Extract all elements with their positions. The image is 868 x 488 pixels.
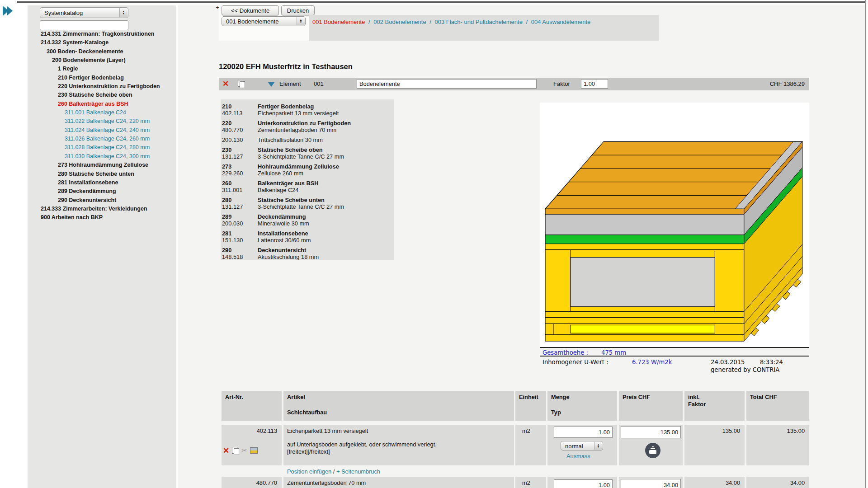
u-value-label: Inhomogener U-Wert : [542, 359, 609, 366]
sidebar-item[interactable]: 311.001 Balkenlage C24 [28, 108, 176, 117]
catalog-tree: 214.331 Zimmermann: Tragkonstruktionen 2… [28, 30, 176, 222]
print-button[interactable]: Drucken [281, 5, 315, 15]
sidebar-item[interactable]: 1 Regie [28, 65, 176, 73]
cut-position-icon[interactable]: ✂ [241, 446, 247, 455]
element-header-bar: ✕ Element 001 Faktor CHF 1386.29 [219, 78, 809, 90]
col-header-einheit: Einheit [515, 391, 546, 421]
total-height-label: Gesamthoehe : [542, 349, 588, 356]
einheit-value: m2 [522, 479, 530, 486]
sidebar-item[interactable]: 311.028 Balkenlage C24, 280 mm [28, 143, 176, 152]
sidebar-item[interactable]: 311.026 Balkenlage C24, 260 mm [28, 135, 176, 143]
sidebar-item[interactable]: 311.030 Balkenlage C24, 300 mm [28, 152, 176, 161]
inkl-faktor-value: 34.00 [726, 479, 740, 486]
catalog-select[interactable]: Systemkatalog ▲▼ [40, 7, 128, 18]
preis-input[interactable] [621, 479, 681, 488]
table-row-cell-artikel: Eichenparkett 13 mm versiegelt auf Unter… [283, 425, 514, 465]
table-row-cell-menge: normal ▲▼ Ausmass [547, 425, 617, 465]
sidebar-item[interactable]: 214.331 Zimmermann: Tragkonstruktionen [28, 30, 176, 38]
element-total-chf: CHF 1386.29 [770, 80, 805, 87]
factor-label: Faktor [553, 80, 570, 87]
sidebar-item[interactable]: 289 Deckendämmung [28, 187, 176, 196]
documents-button[interactable]: << Dokumente [222, 5, 279, 15]
table-row-cell-total: 34.00 [746, 477, 809, 488]
menge-input[interactable] [554, 427, 613, 438]
generated-date: 24.03.2015 [711, 359, 745, 366]
art-nr: 480.770 [256, 479, 277, 486]
layer-entry: 290Deckenuntersicht 148.518Akustikschalu… [222, 247, 394, 260]
typ-select[interactable]: normal ▲▼ [561, 441, 603, 450]
catalog-select-value: Systemkatalog [44, 9, 83, 16]
sidebar-item-selected[interactable]: 260 Balkenträger aus BSH [28, 100, 176, 108]
sidebar-item[interactable]: 214.333 Zimmerarbeiten: Verkleidungen [28, 205, 176, 213]
layer-entry: 220Unterkonstruktion zu Fertigboden 480.… [222, 120, 394, 133]
ausmass-link[interactable]: Ausmass [566, 453, 590, 460]
factor-input[interactable] [581, 79, 608, 89]
link-separator: / [333, 468, 336, 475]
typ-select-value: normal [565, 442, 583, 449]
breadcrumb-item-active[interactable]: 001 Bodenelemente [312, 19, 365, 25]
insert-position-link[interactable]: Position einfügen [287, 468, 331, 475]
preis-input[interactable] [621, 426, 681, 438]
image-icon[interactable] [250, 447, 258, 454]
einheit-value: m2 [522, 427, 530, 434]
artikel-name: Eichenparkett 13 mm versiegelt [287, 427, 368, 434]
diagram-caption: Gesamthoehe : 475 mm Inhomogener U-Wert … [540, 347, 809, 374]
total-value: 135.00 [787, 427, 805, 434]
sidebar-item[interactable]: 311.022 Balkenlage C24, 220 mm [28, 117, 176, 126]
table-row-cell-einheit: m2 [515, 477, 546, 488]
col-header-inkl-faktor: inkl. Faktor [684, 391, 745, 421]
layer-entry: 281Installationsebene 151.130Lattenrost … [222, 230, 394, 244]
sidebar-item[interactable]: 214.332 System-Kataloge [28, 38, 176, 47]
element-name-input[interactable] [357, 79, 537, 89]
sidebar-item[interactable]: 290 Deckenuntersicht [28, 196, 176, 205]
breadcrumb-item[interactable]: 003 Flach- und Pultdachelemente [435, 19, 523, 25]
layer-entry: 289Deckendämmung 200.030Mineralwolle 30 … [222, 213, 394, 227]
total-height-value: 475 mm [601, 348, 626, 357]
sidebar: Systemkatalog ▲▼ 214.331 Zimmermann: Tra… [28, 5, 176, 488]
delete-element-icon[interactable]: ✕ [222, 80, 229, 88]
sidebar-item[interactable]: 311.024 Balkenlage C24, 240 mm [28, 126, 176, 135]
sidebar-item[interactable]: 273 Hohlraumdämmung Zellulose [28, 161, 176, 169]
diagram-panel [540, 103, 809, 347]
sidebar-item[interactable]: 900 Arbeiten nach BKP [28, 213, 176, 222]
breadcrumb-separator: / [429, 19, 431, 25]
col-header-artikel: Artikel Schichtaufbau [283, 391, 514, 421]
total-height-row: Gesamthoehe : 475 mm [540, 347, 809, 357]
sidebar-item[interactable]: 300 Boden- Deckenelemente [28, 47, 176, 56]
catalog-filter-input[interactable] [40, 20, 128, 30]
generated-time: 8:33:24 [760, 359, 783, 366]
expand-element-icon[interactable] [268, 82, 275, 87]
element-select-value: 001 Bodenelemente [226, 18, 278, 25]
art-nr: 402.113 [257, 427, 277, 434]
pagebreak-link[interactable]: + Seitenumbruch [336, 468, 380, 475]
breadcrumb-item[interactable]: 002 Bodenelemente [373, 19, 426, 25]
page-title: 120020 EFH Musterfritz in Testhausen [219, 62, 353, 71]
pot-icon[interactable] [645, 443, 660, 458]
delete-position-icon[interactable]: ✕ [223, 447, 229, 455]
breadcrumb-item[interactable]: 004 Auswandelemente [531, 19, 591, 25]
layer-entry: 210Fertiger Bodenbelag 402.113Eichenpark… [222, 103, 394, 117]
collapse-sidebar-icon[interactable] [3, 5, 18, 16]
sidebar-item[interactable]: 220 Unterkonstruktion zu Fertigboden [28, 82, 176, 91]
table-row-cell-art: 480.770 [222, 477, 282, 488]
layer-entry: 200.130Trittschallisolation 30 mm [222, 136, 394, 143]
copy-element-icon[interactable] [238, 80, 245, 88]
layer-entry: 260Balkenträger aus BSH 311.001Balkenlag… [222, 180, 394, 193]
total-value: 34.00 [790, 479, 805, 486]
sidebar-item[interactable]: 230 Statische Scheibe oben [28, 91, 176, 99]
copy-position-icon[interactable] [232, 447, 239, 455]
breadcrumb-separator: / [368, 19, 370, 25]
menge-input[interactable] [554, 479, 613, 488]
inkl-faktor-value: 135.00 [722, 427, 740, 434]
element-number: 001 [314, 80, 324, 87]
sidebar-item[interactable]: 280 Statische Scheibe unten [28, 170, 176, 178]
sidebar-item[interactable]: 200 Bodenelemente (Layer) [28, 56, 176, 65]
sidebar-item[interactable]: 281 Installationsebene [28, 178, 176, 187]
element-select[interactable]: 001 Bodenelemente ▲▼ [222, 16, 306, 26]
select-stepper-icon: ▲▼ [119, 8, 127, 17]
breadcrumb-separator: / [526, 19, 528, 25]
u-value[interactable]: 6.723 W/m2k [632, 359, 672, 366]
sidebar-item[interactable]: 210 Fertiger Bodenbelag [28, 74, 176, 82]
artikel-freitext: [freitext][/freitext] [287, 448, 330, 455]
layer-entry: 273Hohlraumdämmung Zellulose 229.260Zell… [222, 163, 394, 177]
